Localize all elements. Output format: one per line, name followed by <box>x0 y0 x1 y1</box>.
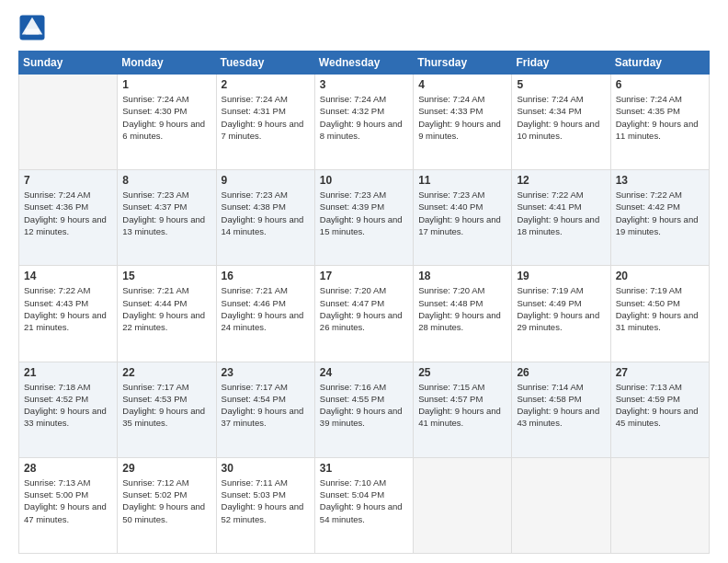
day-header-tuesday: Tuesday <box>216 52 314 75</box>
day-info: Sunrise: 7:13 AMSunset: 4:59 PMDaylight:… <box>616 381 704 430</box>
calendar-cell: 5Sunrise: 7:24 AMSunset: 4:34 PMDaylight… <box>512 75 610 170</box>
day-number: 25 <box>418 366 506 379</box>
day-number: 11 <box>418 174 506 187</box>
calendar-cell: 2Sunrise: 7:24 AMSunset: 4:31 PMDaylight… <box>216 75 314 170</box>
day-info: Sunrise: 7:24 AMSunset: 4:31 PMDaylight:… <box>222 93 310 142</box>
day-info: Sunrise: 7:24 AMSunset: 4:34 PMDaylight:… <box>517 93 605 142</box>
day-header-friday: Friday <box>512 52 610 75</box>
calendar-cell: 13Sunrise: 7:22 AMSunset: 4:42 PMDayligh… <box>610 170 709 266</box>
calendar-cell: 7Sunrise: 7:24 AMSunset: 4:36 PMDaylight… <box>19 170 118 266</box>
calendar-cell: 28Sunrise: 7:13 AMSunset: 5:00 PMDayligh… <box>19 457 118 553</box>
general-blue-logo-icon <box>18 14 46 41</box>
day-info: Sunrise: 7:21 AMSunset: 4:44 PMDaylight:… <box>122 284 210 333</box>
day-info: Sunrise: 7:18 AMSunset: 4:52 PMDaylight:… <box>24 381 112 430</box>
calendar-cell: 26Sunrise: 7:14 AMSunset: 4:58 PMDayligh… <box>512 362 610 457</box>
day-info: Sunrise: 7:22 AMSunset: 4:42 PMDaylight:… <box>616 189 704 237</box>
calendar-cell: 23Sunrise: 7:17 AMSunset: 4:54 PMDayligh… <box>216 362 314 457</box>
calendar-week-4: 21Sunrise: 7:18 AMSunset: 4:52 PMDayligh… <box>19 362 710 457</box>
day-number: 27 <box>616 366 704 379</box>
day-header-sunday: Sunday <box>19 52 118 75</box>
calendar-header-row: SundayMondayTuesdayWednesdayThursdayFrid… <box>19 52 710 75</box>
calendar-cell: 11Sunrise: 7:23 AMSunset: 4:40 PMDayligh… <box>414 170 512 266</box>
day-number: 13 <box>616 174 704 187</box>
day-number: 23 <box>222 366 310 379</box>
day-info: Sunrise: 7:23 AMSunset: 4:39 PMDaylight:… <box>320 189 408 237</box>
day-number: 1 <box>122 78 210 91</box>
day-number: 4 <box>418 78 506 91</box>
day-number: 19 <box>517 270 605 282</box>
calendar-cell <box>19 75 118 170</box>
calendar-cell <box>512 457 610 553</box>
day-number: 7 <box>24 174 112 187</box>
day-number: 18 <box>418 270 506 282</box>
calendar-cell: 22Sunrise: 7:17 AMSunset: 4:53 PMDayligh… <box>118 362 216 457</box>
day-info: Sunrise: 7:16 AMSunset: 4:55 PMDaylight:… <box>320 381 408 430</box>
day-info: Sunrise: 7:12 AMSunset: 5:02 PMDaylight:… <box>122 477 210 525</box>
calendar-cell: 3Sunrise: 7:24 AMSunset: 4:32 PMDaylight… <box>314 75 413 170</box>
day-info: Sunrise: 7:24 AMSunset: 4:35 PMDaylight:… <box>616 93 704 142</box>
day-info: Sunrise: 7:11 AMSunset: 5:03 PMDaylight:… <box>222 477 310 525</box>
calendar-cell: 29Sunrise: 7:12 AMSunset: 5:02 PMDayligh… <box>118 457 216 553</box>
day-header-monday: Monday <box>118 52 216 75</box>
header <box>18 14 710 41</box>
calendar-cell: 9Sunrise: 7:23 AMSunset: 4:38 PMDaylight… <box>216 170 314 266</box>
calendar-cell: 1Sunrise: 7:24 AMSunset: 4:30 PMDaylight… <box>118 75 216 170</box>
calendar-cell: 30Sunrise: 7:11 AMSunset: 5:03 PMDayligh… <box>216 457 314 553</box>
calendar-cell: 6Sunrise: 7:24 AMSunset: 4:35 PMDaylight… <box>610 75 709 170</box>
day-number: 21 <box>24 366 112 379</box>
day-info: Sunrise: 7:23 AMSunset: 4:38 PMDaylight:… <box>222 189 310 237</box>
day-number: 30 <box>222 462 310 475</box>
day-number: 2 <box>222 78 310 91</box>
day-number: 10 <box>320 174 408 187</box>
calendar-table: SundayMondayTuesdayWednesdayThursdayFrid… <box>18 51 710 554</box>
day-info: Sunrise: 7:15 AMSunset: 4:57 PMDaylight:… <box>418 381 506 430</box>
calendar-cell: 24Sunrise: 7:16 AMSunset: 4:55 PMDayligh… <box>314 362 413 457</box>
day-info: Sunrise: 7:24 AMSunset: 4:30 PMDaylight:… <box>122 93 210 142</box>
day-number: 12 <box>517 174 605 187</box>
calendar-cell: 10Sunrise: 7:23 AMSunset: 4:39 PMDayligh… <box>314 170 413 266</box>
day-number: 17 <box>320 270 408 282</box>
day-number: 6 <box>616 78 704 91</box>
calendar-cell: 21Sunrise: 7:18 AMSunset: 4:52 PMDayligh… <box>19 362 118 457</box>
calendar-cell: 12Sunrise: 7:22 AMSunset: 4:41 PMDayligh… <box>512 170 610 266</box>
calendar-week-1: 1Sunrise: 7:24 AMSunset: 4:30 PMDaylight… <box>19 75 710 170</box>
day-info: Sunrise: 7:24 AMSunset: 4:36 PMDaylight:… <box>24 189 112 237</box>
day-header-wednesday: Wednesday <box>314 52 413 75</box>
day-number: 28 <box>24 462 112 475</box>
calendar-cell: 27Sunrise: 7:13 AMSunset: 4:59 PMDayligh… <box>610 362 709 457</box>
day-number: 3 <box>320 78 408 91</box>
day-info: Sunrise: 7:24 AMSunset: 4:33 PMDaylight:… <box>418 93 506 142</box>
day-info: Sunrise: 7:23 AMSunset: 4:37 PMDaylight:… <box>122 189 210 237</box>
day-number: 5 <box>517 78 605 91</box>
day-number: 26 <box>517 366 605 379</box>
day-info: Sunrise: 7:24 AMSunset: 4:32 PMDaylight:… <box>320 93 408 142</box>
day-number: 31 <box>320 462 408 475</box>
calendar-cell: 8Sunrise: 7:23 AMSunset: 4:37 PMDaylight… <box>118 170 216 266</box>
calendar-cell: 18Sunrise: 7:20 AMSunset: 4:48 PMDayligh… <box>414 266 512 362</box>
calendar-cell: 15Sunrise: 7:21 AMSunset: 4:44 PMDayligh… <box>118 266 216 362</box>
day-info: Sunrise: 7:20 AMSunset: 4:47 PMDaylight:… <box>320 284 408 333</box>
day-info: Sunrise: 7:13 AMSunset: 5:00 PMDaylight:… <box>24 477 112 525</box>
day-number: 16 <box>222 270 310 282</box>
day-number: 22 <box>122 366 210 379</box>
day-info: Sunrise: 7:22 AMSunset: 4:43 PMDaylight:… <box>24 284 112 333</box>
calendar-cell <box>610 457 709 553</box>
day-info: Sunrise: 7:14 AMSunset: 4:58 PMDaylight:… <box>517 381 605 430</box>
day-number: 15 <box>122 270 210 282</box>
day-header-thursday: Thursday <box>414 52 512 75</box>
logo <box>18 14 51 41</box>
day-number: 24 <box>320 366 408 379</box>
day-info: Sunrise: 7:19 AMSunset: 4:49 PMDaylight:… <box>517 284 605 333</box>
calendar-cell <box>414 457 512 553</box>
day-info: Sunrise: 7:23 AMSunset: 4:40 PMDaylight:… <box>418 189 506 237</box>
calendar-cell: 31Sunrise: 7:10 AMSunset: 5:04 PMDayligh… <box>314 457 413 553</box>
day-info: Sunrise: 7:20 AMSunset: 4:48 PMDaylight:… <box>418 284 506 333</box>
calendar-cell: 25Sunrise: 7:15 AMSunset: 4:57 PMDayligh… <box>414 362 512 457</box>
calendar-cell: 4Sunrise: 7:24 AMSunset: 4:33 PMDaylight… <box>414 75 512 170</box>
day-number: 8 <box>122 174 210 187</box>
calendar-cell: 17Sunrise: 7:20 AMSunset: 4:47 PMDayligh… <box>314 266 413 362</box>
day-info: Sunrise: 7:21 AMSunset: 4:46 PMDaylight:… <box>222 284 310 333</box>
day-info: Sunrise: 7:19 AMSunset: 4:50 PMDaylight:… <box>616 284 704 333</box>
day-info: Sunrise: 7:10 AMSunset: 5:04 PMDaylight:… <box>320 477 408 525</box>
day-number: 29 <box>122 462 210 475</box>
